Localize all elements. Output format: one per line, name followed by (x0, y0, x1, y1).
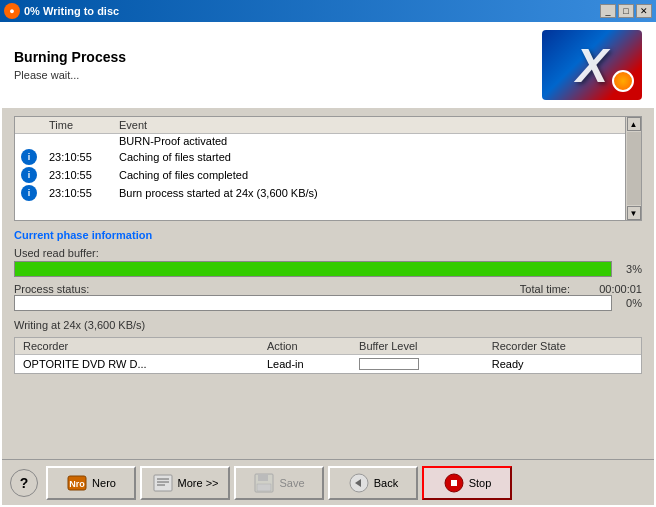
recorder-buffer-bar (359, 358, 419, 370)
process-status-section: Process status: Total time: 00:00:01 0% (14, 283, 642, 311)
table-row: i 23:10:55 Caching of files started (15, 148, 641, 166)
recorder-col-state: Recorder State (484, 338, 641, 355)
buffer-label: Used read buffer: (14, 247, 642, 259)
row-event-cell: BURN-Proof activated (113, 134, 641, 149)
more-button[interactable]: More >> (140, 466, 230, 500)
window-title: 0% Writing to disc (24, 5, 119, 17)
row-event-cell: Caching of files started (113, 148, 641, 166)
recorder-row: OPTORITE DVD RW D... Lead-in Ready (15, 355, 641, 374)
toolbar: ? Nro Nero More >> (2, 459, 654, 505)
recorder-state-cell: Ready (484, 355, 641, 374)
buffer-percent: 3% (618, 263, 642, 275)
stop-label: Stop (469, 477, 492, 489)
more-icon (152, 472, 174, 494)
buffer-section: Used read buffer: 3% (14, 247, 642, 277)
stop-button[interactable]: Stop (422, 466, 512, 500)
scroll-thumb[interactable] (627, 132, 641, 205)
maximize-button[interactable]: □ (618, 4, 634, 18)
log-scrollbar[interactable]: ▲ ▼ (625, 117, 641, 220)
process-status-label: Process status: (14, 283, 94, 295)
col-icon-header (15, 117, 43, 134)
recorder-col-buffer: Buffer Level (351, 338, 484, 355)
app-icon: ● (4, 3, 20, 19)
back-label: Back (374, 477, 398, 489)
segment-3 (34, 263, 42, 275)
recorder-buffer-cell (351, 355, 484, 374)
save-label: Save (279, 477, 304, 489)
title-buttons: _ □ ✕ (600, 4, 652, 18)
app-logo: X (542, 30, 642, 100)
save-icon (253, 472, 275, 494)
svg-rect-2 (154, 475, 172, 491)
scroll-up-button[interactable]: ▲ (627, 117, 641, 131)
buffer-progress-bar (14, 261, 612, 277)
writing-info-label: Writing at 24x (3,600 KB/s) (14, 319, 642, 331)
row-time-cell: 23:10:55 (43, 148, 113, 166)
row-time-cell: 23:10:55 (43, 166, 113, 184)
row-event-cell: Burn process started at 24x (3,600 KB/s) (113, 184, 641, 202)
table-row: i 23:10:55 Caching of files completed (15, 166, 641, 184)
table-row: BURN-Proof activated (15, 134, 641, 149)
recorder-action-cell: Lead-in (259, 355, 351, 374)
row-icon-cell: i (15, 184, 43, 202)
logo-circle (612, 70, 634, 92)
status-progress-row: 0% (14, 295, 642, 311)
svg-rect-7 (258, 474, 268, 481)
scroll-down-button[interactable]: ▼ (627, 206, 641, 220)
main-window: Burning Process Please wait... X Time Ev… (0, 22, 656, 507)
info-icon: i (21, 167, 37, 183)
burning-process-title: Burning Process (14, 49, 542, 65)
segment-1 (16, 263, 24, 275)
svg-text:Nro: Nro (69, 479, 85, 489)
save-button[interactable]: Save (234, 466, 324, 500)
row-event-cell: Caching of files completed (113, 166, 641, 184)
nero-label: Nero (92, 477, 116, 489)
total-time-label: Total time: (520, 283, 570, 295)
recorder-col-recorder: Recorder (15, 338, 259, 355)
status-progress-bar (14, 295, 612, 311)
back-icon (348, 472, 370, 494)
close-button[interactable]: ✕ (636, 4, 652, 18)
help-button[interactable]: ? (10, 469, 38, 497)
minimize-button[interactable]: _ (600, 4, 616, 18)
status-progress-fill (15, 296, 611, 310)
segment-2 (25, 263, 33, 275)
header-area: Burning Process Please wait... X (2, 22, 654, 108)
logo-x-letter: X (576, 38, 608, 93)
stop-icon (443, 472, 465, 494)
col-time-header: Time (43, 117, 113, 134)
recorder-col-action: Action (259, 338, 351, 355)
phase-info-label: Current phase information (14, 229, 642, 241)
title-bar: ● 0% Writing to disc _ □ ✕ (0, 0, 656, 22)
recorder-table-container: Recorder Action Buffer Level Recorder St… (14, 337, 642, 374)
total-time-value: 00:00:01 (582, 283, 642, 295)
status-label-row: Process status: Total time: 00:00:01 (14, 283, 642, 295)
header-text: Burning Process Please wait... (14, 49, 542, 81)
status-percent: 0% (618, 297, 642, 309)
please-wait-label: Please wait... (14, 69, 542, 81)
buffer-row: 3% (14, 261, 642, 277)
back-button[interactable]: Back (328, 466, 418, 500)
row-icon-cell: i (15, 148, 43, 166)
buffer-progress-fill (15, 262, 611, 276)
nero-button[interactable]: Nro Nero (46, 466, 136, 500)
svg-rect-12 (451, 480, 457, 486)
col-event-header: Event (113, 117, 641, 134)
log-table: Time Event BURN-Proof activated i 23 (15, 117, 641, 202)
row-time-cell (43, 134, 113, 149)
row-icon-cell (15, 134, 43, 149)
svg-rect-8 (257, 484, 271, 491)
nero-icon: Nro (66, 472, 88, 494)
log-table-container: Time Event BURN-Proof activated i 23 (14, 116, 642, 221)
title-bar-left: ● 0% Writing to disc (4, 3, 119, 19)
more-label: More >> (178, 477, 219, 489)
row-time-cell: 23:10:55 (43, 184, 113, 202)
recorder-name-cell: OPTORITE DVD RW D... (15, 355, 259, 374)
info-icon: i (21, 185, 37, 201)
content-area: Time Event BURN-Proof activated i 23 (2, 108, 654, 459)
recorder-table: Recorder Action Buffer Level Recorder St… (15, 338, 641, 373)
row-icon-cell: i (15, 166, 43, 184)
table-row: i 23:10:55 Burn process started at 24x (… (15, 184, 641, 202)
info-icon: i (21, 149, 37, 165)
